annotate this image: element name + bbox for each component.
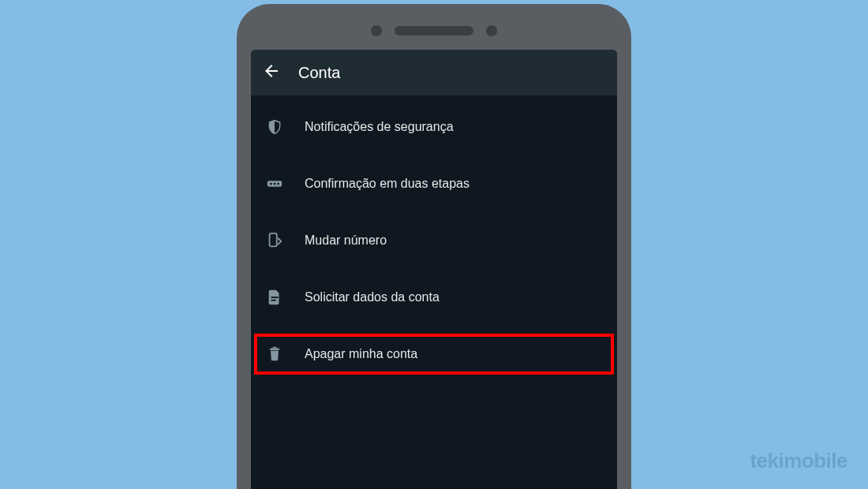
- watermark: tekimobile: [750, 449, 847, 473]
- menu-list: Notificações de segurança Confirmação em…: [251, 95, 617, 383]
- phone-screen: Conta Notificações de segurança: [251, 50, 617, 489]
- change-number-icon: [265, 231, 284, 250]
- svg-rect-7: [270, 349, 279, 351]
- menu-item-security-notifications[interactable]: Notificações de segurança: [251, 99, 617, 155]
- svg-point-2: [274, 183, 276, 185]
- phone-frame: Conta Notificações de segurança: [237, 4, 631, 489]
- phone-sensor: [486, 25, 497, 36]
- svg-rect-8: [273, 347, 277, 349]
- document-icon: [265, 288, 284, 307]
- menu-item-request-data[interactable]: Solicitar dados da conta: [251, 269, 617, 326]
- menu-item-two-step[interactable]: Confirmação em duas etapas: [251, 155, 617, 212]
- password-icon: [265, 174, 284, 193]
- trash-icon: [265, 345, 284, 364]
- page-title: Conta: [298, 64, 340, 82]
- svg-point-1: [270, 183, 272, 185]
- svg-point-3: [277, 183, 279, 185]
- menu-item-label: Solicitar dados da conta: [305, 290, 440, 304]
- menu-item-delete-account[interactable]: Apagar minha conta: [251, 326, 617, 383]
- back-icon[interactable]: [262, 62, 281, 84]
- app-bar: Conta: [251, 50, 617, 95]
- menu-item-label: Mudar número: [305, 233, 387, 248]
- menu-item-change-number[interactable]: Mudar número: [251, 212, 617, 269]
- phone-sensor: [371, 25, 382, 36]
- menu-item-label: Confirmação em duas etapas: [305, 177, 470, 191]
- menu-item-label: Apagar minha conta: [305, 347, 417, 361]
- phone-speaker: [395, 26, 473, 35]
- menu-item-label: Notificações de segurança: [305, 120, 454, 134]
- shield-icon: [265, 118, 284, 136]
- svg-rect-5: [271, 297, 278, 298]
- svg-rect-6: [271, 300, 275, 301]
- svg-rect-4: [270, 233, 277, 247]
